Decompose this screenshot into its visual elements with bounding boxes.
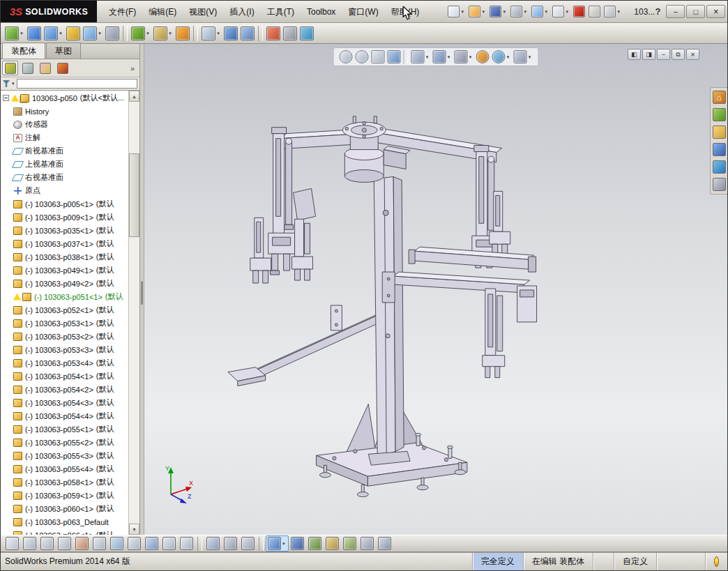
taskpane-tab[interactable] (712, 125, 727, 139)
quick-access-button[interactable] (551, 3, 571, 20)
tree-item[interactable]: 注解 (1, 131, 128, 144)
tree-item[interactable]: (-) 103063-p055<3> (默认 (1, 449, 128, 462)
sketch-toolbar-button[interactable] (306, 535, 324, 551)
tree-item[interactable]: (-) 103063-p053<3> (默认 (1, 343, 128, 356)
toolbar-button[interactable] (265, 24, 282, 43)
sketch-toolbar-button[interactable] (91, 535, 108, 551)
toolbar-button[interactable] (130, 24, 152, 43)
dropdown-arrow-icon[interactable] (480, 9, 486, 15)
toolbar-button[interactable] (193, 26, 198, 41)
toolbar-button[interactable] (239, 24, 256, 43)
view-toolbar-button[interactable] (475, 49, 491, 66)
sketch-toolbar-button[interactable] (324, 535, 341, 551)
toolbar-button[interactable] (43, 24, 65, 43)
tree-item[interactable]: (-) 103063-p055<2> (默认 (1, 436, 128, 449)
tree-item[interactable]: (-) 103063-p049<2> (默认 (1, 277, 128, 290)
taskpane-tab[interactable] (712, 177, 727, 192)
commandmanager-tab[interactable]: 装配体 (2, 43, 45, 59)
quick-access-button[interactable] (488, 3, 508, 20)
dropdown-arrow-icon[interactable] (145, 31, 151, 36)
dropdown-arrow-icon[interactable] (506, 54, 511, 60)
menu-item[interactable]: 文件(F) (103, 1, 142, 22)
dropdown-arrow-icon[interactable] (215, 31, 221, 36)
view-toolbar-button[interactable] (410, 49, 432, 66)
tree-item[interactable]: (-) 103063-p063_Default (1, 515, 128, 528)
tree-item[interactable]: (-) 103063-p054<3> (默认 (1, 396, 128, 409)
dropdown-arrow-icon[interactable] (19, 31, 24, 36)
dropdown-arrow-icon[interactable] (58, 31, 63, 36)
sketch-toolbar-button[interactable] (197, 537, 202, 551)
minimize-button[interactable] (666, 5, 685, 18)
sketch-toolbar-button[interactable] (222, 535, 239, 551)
sketch-toolbar-button[interactable] (358, 535, 376, 551)
scroll-down-icon[interactable] (129, 524, 139, 535)
dropdown-arrow-icon[interactable] (425, 54, 430, 60)
tree-root-item[interactable]: 103063-p050 (默认<默认... (1, 91, 128, 105)
manager-tab[interactable] (2, 61, 18, 75)
sketch-toolbar-button[interactable] (56, 535, 73, 551)
filter-input[interactable] (17, 79, 137, 89)
view-toolbar-button[interactable] (432, 49, 453, 66)
maximize-button[interactable] (686, 5, 705, 18)
scrollbar-thumb[interactable] (129, 153, 139, 237)
dropdown-arrow-icon[interactable] (564, 9, 570, 15)
quick-access-button[interactable] (602, 3, 623, 20)
commandmanager-tab[interactable]: 草图 (46, 43, 81, 59)
help-button[interactable]: ? (655, 6, 660, 17)
tree-item[interactable]: (-) 103063-p054<4> (默认 (1, 409, 128, 422)
toolbar-button[interactable] (222, 24, 239, 43)
dropdown-arrow-icon[interactable] (616, 9, 621, 15)
tree-item[interactable]: (-) 103063-p052<1> (默认 (1, 303, 128, 317)
restore-icon[interactable] (672, 49, 685, 60)
minimize-icon[interactable] (657, 49, 670, 60)
tree-item[interactable]: (-) 103063-p055<1> (默认 (1, 422, 128, 436)
sketch-toolbar-button[interactable] (126, 535, 143, 551)
tree-item[interactable]: (-) 103063-p009<1> (默认 (1, 211, 128, 224)
sketch-toolbar-button[interactable] (259, 537, 264, 551)
view-toolbar-button[interactable] (386, 49, 402, 66)
toolbar-button[interactable] (26, 24, 43, 43)
menu-item[interactable]: 视图(V) (183, 1, 223, 22)
menu-item[interactable]: 工具(T) (261, 1, 301, 22)
toolbar-button[interactable] (298, 24, 315, 43)
tree-item[interactable]: (-) 103063-p060<1> (默认 (1, 502, 128, 515)
menu-item[interactable]: 插入(I) (223, 1, 260, 22)
toolbar-button[interactable] (258, 26, 263, 41)
view-toolbar-button[interactable] (491, 49, 513, 66)
tree-item[interactable]: (-) 103063-p053<4> (默认 (1, 356, 128, 370)
quick-access-button[interactable] (446, 3, 467, 20)
collapse-box-icon[interactable] (3, 95, 9, 101)
tree-scrollbar[interactable] (128, 91, 139, 535)
sketch-toolbar-button[interactable] (376, 535, 393, 551)
pane-left-icon[interactable] (628, 49, 641, 60)
toolbar-button[interactable] (3, 24, 26, 43)
sketch-toolbar-button[interactable] (178, 535, 195, 551)
quick-access-button[interactable] (509, 3, 529, 20)
sketch-toolbar-button[interactable] (3, 535, 21, 551)
filter-dropdown-icon[interactable] (12, 81, 15, 86)
dropdown-arrow-icon[interactable] (522, 9, 528, 15)
toolbar-button[interactable] (174, 24, 191, 43)
tree-item[interactable]: History (1, 105, 128, 118)
sketch-toolbar-button[interactable] (266, 535, 289, 551)
toolbar-button[interactable] (104, 24, 121, 43)
tree-item[interactable]: (-) 103063-p055<4> (默认 (1, 462, 128, 475)
toolbar-button[interactable] (82, 24, 104, 43)
dropdown-arrow-icon[interactable] (460, 9, 465, 15)
tree-item[interactable]: (-) 103063-p054<1> (默认 (1, 370, 128, 383)
view-toolbar-button[interactable] (404, 50, 409, 64)
close-button[interactable] (706, 5, 725, 18)
quick-tips-icon[interactable] (714, 556, 719, 567)
dropdown-arrow-icon[interactable] (281, 541, 287, 547)
manager-tab[interactable] (20, 61, 36, 75)
tree-item[interactable]: (-) 103063-p038<1> (默认 (1, 250, 128, 264)
toolbar-button[interactable] (282, 24, 298, 43)
manager-tab[interactable] (37, 61, 53, 75)
tree-item[interactable]: (-) 103063-p059<1> (默认 (1, 489, 128, 502)
dropdown-arrow-icon[interactable] (543, 9, 549, 15)
sketch-toolbar-button[interactable] (108, 535, 126, 551)
panel-overflow-chevron[interactable]: » (130, 64, 138, 73)
taskpane-tab[interactable] (712, 142, 727, 157)
menu-item[interactable]: 窗口(W) (342, 1, 384, 22)
view-toolbar-button[interactable] (354, 49, 370, 66)
